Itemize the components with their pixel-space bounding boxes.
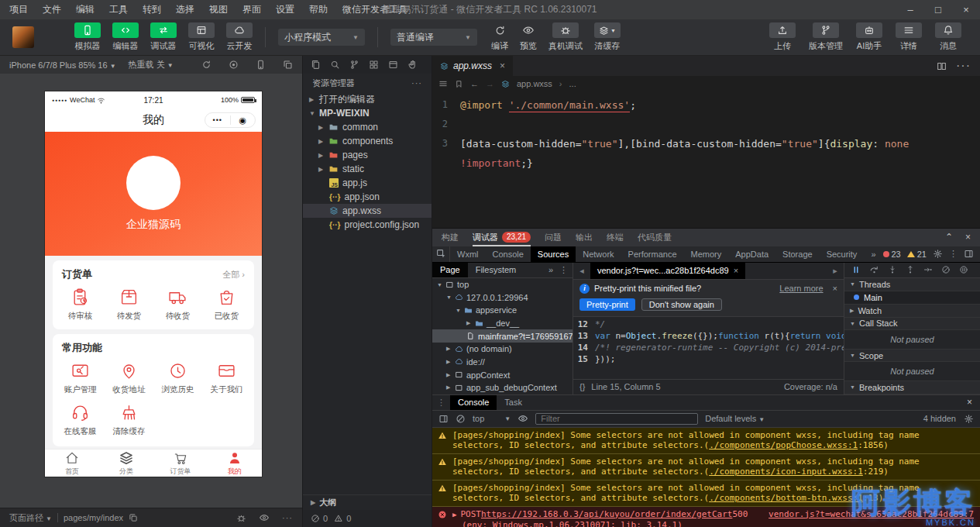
menu-help[interactable]: 帮助 [309,3,328,16]
section-scope[interactable]: ▼ Scope [844,350,980,363]
func-clear-cache[interactable]: 清除缓存 [105,403,153,437]
page-path-dropdown[interactable]: 页面路径 ▼ [9,512,52,524]
capsule-close-icon[interactable]: ◉ [231,115,256,126]
tab-orders[interactable]: 订货单 [153,450,208,477]
panel-tab-output[interactable]: 输出 [576,229,593,246]
tab-profile[interactable]: 我的 [208,450,262,477]
ai-assistant-button[interactable]: AI助手 [856,22,882,52]
copy-icon[interactable] [129,513,138,522]
bookmark-icon[interactable] [455,80,463,88]
forward-icon[interactable]: → [486,79,494,88]
tab-home[interactable]: 首页 [45,450,99,477]
visualization-toggle-button[interactable]: 可视化 [188,22,215,52]
clear-console-icon[interactable] [456,414,466,424]
section-breakpoints[interactable]: ▼ Breakpoints [844,381,980,394]
kebab-menu-icon[interactable]: ⋮ [559,265,568,275]
menu-select[interactable]: 选择 [176,3,194,16]
deactivate-breakpoints-icon[interactable] [941,265,951,274]
source-control-icon[interactable] [349,60,359,70]
code-editor[interactable]: 1@import './common/main.wxss'; 2 3[data-… [432,91,980,228]
error-counter[interactable]: 23 [883,250,901,259]
more-actions-icon[interactable]: ··· [956,59,971,73]
tree-item-app-wxss[interactable]: app.wxss [303,204,432,218]
overflow-tabs-icon[interactable]: » [548,265,553,275]
record-icon[interactable] [229,60,239,70]
func-support[interactable]: 在线客服 [56,403,105,437]
tab-scroll-left-icon[interactable]: ◂ [573,266,590,276]
menu-view[interactable]: 视图 [209,3,228,16]
pretty-print-button[interactable]: Pretty-print [579,298,635,311]
devtools-tab-security[interactable]: Security [820,246,865,262]
tree-item-open-editors[interactable]: ▶ 打开的编辑器 [303,92,432,106]
tab-scroll-right-icon[interactable]: ▸ [827,266,844,276]
dismiss-icon[interactable]: × [833,284,837,293]
source-link[interactable]: ./components/icon-input.wxss:1 [709,467,863,477]
source-tree-debugcontext[interactable]: ▶ app_sub_debugContext [432,381,573,394]
sources-tab-filesystem[interactable]: Filesystem [468,263,524,277]
braces-icon[interactable]: {} [579,382,585,391]
menu-interface[interactable]: 界面 [242,3,261,16]
close-panel-icon[interactable]: × [965,232,971,243]
order-item-pending-receive[interactable]: 待收货 [153,288,202,322]
warning-counter[interactable]: 21 [907,250,927,259]
cloud-dev-button[interactable]: 云开发 [226,22,253,52]
step-out-icon[interactable] [906,265,915,274]
func-history[interactable]: 浏览历史 [153,361,202,395]
thread-main[interactable]: Main [844,291,980,305]
profile-avatar[interactable] [126,156,181,210]
more-actions-icon[interactable]: ··· [411,78,422,88]
func-account[interactable]: 账户管理 [56,361,105,395]
devtools-tab-sources[interactable]: Sources [531,246,576,262]
kebab-menu-icon[interactable]: ⋮ [949,249,958,259]
console-warning[interactable]: [pages/shopping/index] Some selectors ar… [432,428,980,454]
source-file-tab[interactable]: vendor.js?t=wec...ac28b1f264dc89 × [590,263,745,279]
messages-button[interactable]: 消息 [935,22,961,52]
step-over-icon[interactable] [869,265,879,275]
split-editor-icon[interactable] [937,61,947,71]
menu-tools[interactable]: 工具 [109,3,128,16]
tree-item-app-js[interactable]: JS app.js [303,176,432,190]
stack-source-link[interactable]: vendor.js?t=wechat&s…63aac28b1f264dc89:7 [769,509,974,519]
devtools-tab-appdata[interactable]: AppData [728,246,775,262]
close-icon[interactable]: × [734,266,738,275]
maximize-button[interactable]: □ [924,0,952,19]
console-tab[interactable]: Console [450,395,497,410]
search-icon[interactable] [330,60,340,70]
log-levels-dropdown[interactable]: Default levels ▼ [705,414,765,423]
panel-tab-debugger[interactable]: 调试器 23,21 [473,229,531,246]
show-sidebar-icon[interactable] [438,414,449,424]
compile-button[interactable]: 编译 [491,22,508,52]
learn-more-link[interactable]: Learn more [779,284,823,293]
devtools-tab-storage[interactable]: Storage [775,246,820,262]
console-settings-icon[interactable] [964,414,974,424]
close-button[interactable]: × [952,0,980,19]
close-icon[interactable]: × [967,397,980,408]
problems-status[interactable]: 0 0 [303,510,432,527]
source-tree-top[interactable]: ▼ top [432,278,573,291]
minimize-button[interactable]: – [896,0,924,19]
panel-tab-build[interactable]: 构建 [442,229,459,246]
tree-item-root[interactable]: ▼ MP-WEIXIN [303,106,432,120]
inspect-element-icon[interactable] [432,246,450,262]
eye-icon[interactable] [259,512,270,523]
step-icon[interactable] [923,265,933,274]
order-item-received[interactable]: 已收货 [202,288,251,322]
devtools-tab-memory[interactable]: Memory [684,246,729,262]
context-selector[interactable]: top▼ [473,414,511,423]
collapse-panel-icon[interactable]: ⌃ [945,232,953,243]
panel-tab-code-quality[interactable]: 代码质量 [638,229,672,246]
menu-file[interactable]: 文件 [43,3,61,16]
expand-arrow-icon[interactable]: ▶ [452,510,456,520]
tree-item-static[interactable]: ▶ static [303,162,432,176]
tree-item-pages[interactable]: ▶ pages [303,148,432,162]
devtools-tab-performance[interactable]: Performance [621,246,684,262]
menu-goto[interactable]: 转到 [143,3,161,16]
preview-button[interactable]: 预览 [520,22,537,52]
close-icon[interactable]: × [500,60,505,71]
mode-dropdown[interactable]: 小程序模式 ▼ [278,29,365,46]
request-url-link[interactable]: https://192.168.0.3/api/kuyou/order/inde… [481,509,733,519]
panel-tab-terminal[interactable]: 终端 [607,229,624,246]
window-icon[interactable] [388,60,398,70]
debugger-toggle-button[interactable]: 调试器 [150,22,177,52]
screenshot-icon[interactable] [283,60,293,70]
